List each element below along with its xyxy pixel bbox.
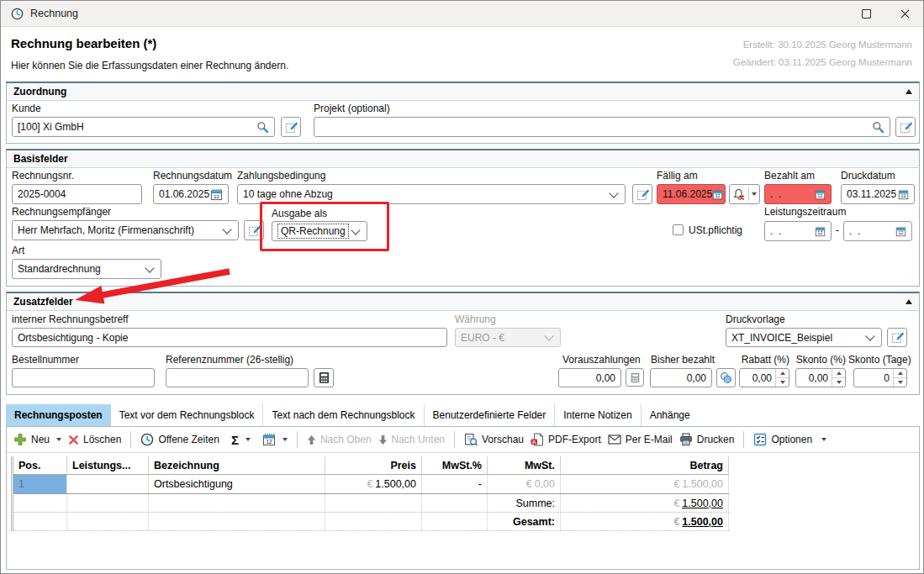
maximize-button[interactable] (847, 1, 885, 26)
betreff-input[interactable]: Ortsbesichtigung - Kopie (12, 328, 447, 347)
bisher-bezahlt-payments-button[interactable] (716, 368, 736, 387)
optionen-button[interactable]: Optionen (753, 433, 826, 446)
rechnungsdatum-value: 01.06.2025 (159, 188, 209, 200)
projekt-label: Projekt (optional) (314, 103, 390, 114)
datum-dropdown-button[interactable] (282, 438, 288, 441)
title-bar[interactable]: Rechnung (1, 1, 923, 27)
leistungsdatum-cell[interactable] (67, 475, 149, 493)
leistungszeitraum-bis-value: . . (849, 225, 860, 237)
referenznummer-label: Referenznummer (26-stellig) (166, 354, 293, 366)
tab-anhaenge[interactable]: Anhänge (642, 404, 699, 426)
tab-interne-notizen[interactable]: Interne Notizen (555, 404, 641, 426)
faellig-am-value: 11.06.2025 (663, 188, 712, 200)
betreff-value: Ortsbesichtigung - Kopie (18, 332, 128, 344)
mwst-prozent-cell[interactable]: - (422, 475, 488, 493)
bestellnummer-input[interactable] (12, 368, 155, 387)
mwst-cell[interactable]: €0,00 (488, 475, 561, 493)
spinner-buttons[interactable] (832, 369, 845, 387)
arrow-up-icon (307, 434, 316, 445)
kunde-value: [100] Xi GmbH (18, 121, 84, 133)
tab-rechnungsposten[interactable]: Rechnungsposten (6, 404, 111, 426)
druckvorlage-combo[interactable]: XT_INVOICE_Beispiel (726, 328, 882, 347)
per-email-button[interactable]: Per E-Mail (608, 434, 673, 445)
preis-cell[interactable]: €1.500,00 (325, 475, 422, 493)
tab-text-nach-rechnungsblock[interactable]: Text nach dem Rechnungsblock (263, 404, 424, 426)
summe-label: Summe: (488, 494, 561, 512)
drucken-button[interactable]: Drucken (679, 433, 735, 446)
collapse-zuordnung-icon[interactable] (906, 89, 912, 94)
tab-benutzerdefinierte-felder[interactable]: Benutzerdefinierte Felder (425, 404, 556, 426)
edit-icon (285, 121, 298, 134)
rechnungsempfaenger-label: Rechnungsempfänger (12, 206, 111, 218)
skonto-prozent-label: Skonto (%) (791, 354, 846, 366)
plus-icon (13, 433, 27, 446)
rechnungsnr-input[interactable]: 2025-0004 (12, 184, 142, 204)
druckvorlage-edit-button[interactable] (887, 328, 907, 347)
leistungszeitraum-von-input[interactable]: . . (764, 221, 832, 241)
bezahlt-am-input[interactable]: . . (764, 184, 832, 204)
gesamt-value: 1.500,00 (682, 516, 723, 528)
leistungszeitraum-bis-input[interactable]: . . (843, 221, 912, 241)
calculator-icon (630, 372, 641, 383)
summe-dropdown-button[interactable] (246, 438, 251, 441)
rechnungsdatum-input[interactable]: 01.06.2025 (153, 184, 229, 204)
leistungszeitraum-von-value: . . (770, 225, 781, 237)
calendar-icon[interactable] (210, 188, 223, 201)
faellig-am-label: Fällig am (657, 170, 698, 182)
search-icon[interactable] (872, 121, 884, 134)
vorschau-button[interactable]: Vorschau (464, 433, 524, 446)
summe-funktion-button[interactable]: Σ (231, 433, 239, 447)
spinner-buttons[interactable] (775, 369, 789, 387)
calendar-icon[interactable] (815, 189, 826, 200)
waehrung-value: EURO - € (461, 332, 504, 344)
reminder-bell-button[interactable] (729, 184, 760, 204)
rabatt-spinner[interactable]: 0,00 (739, 368, 789, 387)
calculator-icon (318, 371, 330, 384)
created-meta: Erstellt: 30.10.2025 Georg Mustermann (743, 39, 912, 50)
ust-pflichtig-checkbox[interactable] (673, 224, 684, 235)
skonto-tage-spinner[interactable]: 0 (853, 368, 907, 387)
calendar-icon[interactable] (898, 189, 909, 200)
druckdatum-label: Druckdatum (841, 170, 895, 182)
neu-button[interactable]: Neu (13, 433, 50, 446)
projekt-edit-button[interactable] (895, 117, 916, 137)
section-zusatzfelder-title: Zusatzfelder (13, 296, 73, 308)
calendar-icon[interactable] (895, 226, 906, 237)
offene-zeiten-button[interactable]: Offene Zeiten (140, 433, 219, 446)
vorauszahlungen-calc-button[interactable] (626, 368, 644, 387)
bisher-bezahlt-input[interactable]: 0,00 (650, 368, 712, 387)
skonto-prozent-spinner[interactable]: 0,00 (795, 368, 846, 387)
search-icon[interactable] (256, 121, 269, 134)
rechnungsempfaenger-combo[interactable]: Herr Mehrfach, Moritz (Firmenanschrift) (12, 220, 239, 240)
bezeichnung-cell[interactable]: Ortsbesichtigung (149, 475, 325, 493)
pdf-export-label: PDF-Export (548, 434, 601, 445)
referenznummer-input[interactable] (166, 368, 309, 387)
collapse-zusatzfelder-icon[interactable] (906, 299, 912, 304)
kunde-input[interactable]: [100] Xi GmbH (12, 117, 275, 137)
spinner-buttons[interactable] (893, 369, 906, 387)
table-row[interactable]: 1 Ortsbesichtigung €1.500,00 - €0,00 €1.… (13, 475, 729, 494)
datum-button[interactable] (262, 433, 276, 446)
projekt-input[interactable] (314, 117, 890, 137)
arrow-down-icon (378, 434, 388, 445)
faellig-am-input[interactable]: 11.06.2025 (657, 184, 726, 204)
loeschen-button[interactable]: Löschen (68, 434, 121, 445)
druckdatum-input[interactable]: 03.11.2025 (841, 184, 915, 204)
caret-down-icon (246, 438, 251, 441)
vorauszahlungen-input[interactable]: 0,00 (558, 368, 621, 387)
tab-text-vor-rechnungsblock[interactable]: Text vor dem Rechnungsblock (111, 404, 264, 426)
bestellnummer-label: Bestellnummer (12, 354, 79, 366)
pdf-export-button[interactable]: PDF-Export (531, 433, 601, 446)
betrag-cell[interactable]: €1.500,00 (561, 475, 729, 493)
neu-dropdown-button[interactable] (56, 438, 61, 441)
kunde-edit-button[interactable] (281, 117, 301, 137)
zahlungsbedingung-edit-button[interactable] (632, 184, 652, 204)
calendar-icon[interactable] (815, 226, 826, 237)
tab-bar: Rechnungsposten Text vor dem Rechnungsbl… (6, 404, 699, 426)
gesamt-cell: €1.500,00 (561, 513, 729, 530)
header-bezeichnung: Bezeichnung (149, 456, 325, 474)
calendar-icon[interactable] (712, 189, 723, 200)
close-button[interactable] (885, 1, 924, 26)
pos-cell[interactable]: 1 (13, 475, 67, 493)
referenznummer-calc-button[interactable] (314, 368, 334, 387)
